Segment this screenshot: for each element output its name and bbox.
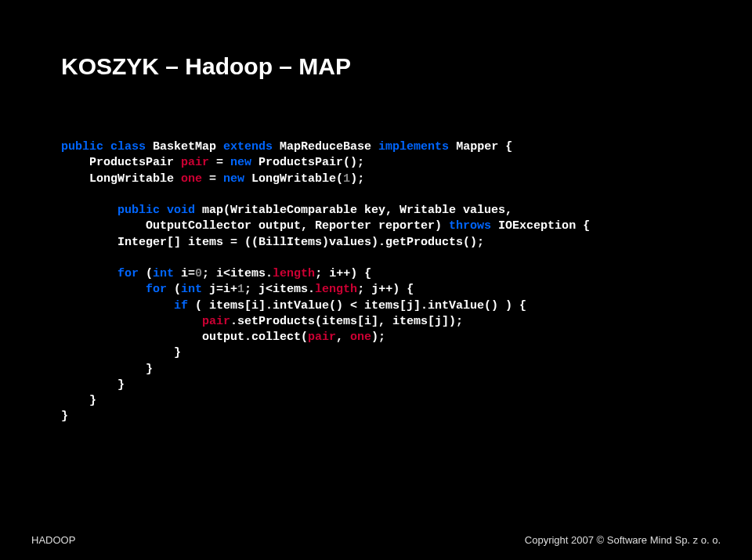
code-line: OutputCollector output, Reporter reporte… — [61, 219, 590, 233]
code-line: output.collect(pair, one); — [61, 331, 385, 344]
code-line: public void map(WritableComparable key, … — [61, 204, 512, 217]
code-line: ProductsPair pair = new ProductsPair(); — [61, 156, 364, 169]
code-block: public class BasketMap extends MapReduce… — [61, 139, 705, 425]
code-line: for (int j=i+1; j<items.length; j++) { — [61, 283, 414, 296]
slide-title: KOSZYK – Hadoop – MAP — [61, 53, 351, 80]
code-line: if ( items[i].intValue() < items[j].intV… — [61, 299, 526, 313]
code-line: } — [61, 394, 96, 407]
code-line: public class BasketMap extends MapReduce… — [61, 140, 512, 154]
code-line: } — [61, 378, 125, 392]
footer: HADOOP Copyright 2007 © Software Mind Sp… — [0, 534, 752, 546]
code-line: pair.setProducts(items[i], items[j]); — [61, 315, 463, 328]
code-line: for (int i=0; i<items.length; i++) { — [61, 267, 371, 280]
code-line: } — [61, 363, 153, 376]
footer-left: HADOOP — [31, 534, 75, 546]
code-line: LongWritable one = new LongWritable(1); — [61, 172, 364, 186]
footer-right: Copyright 2007 © Software Mind Sp. z o. … — [525, 534, 721, 546]
code-line: } — [61, 410, 68, 423]
code-line: Integer[] items = ((BillItems)values).ge… — [61, 236, 484, 249]
slide: KOSZYK – Hadoop – MAP public class Baske… — [0, 0, 752, 560]
code-line: } — [61, 346, 181, 359]
